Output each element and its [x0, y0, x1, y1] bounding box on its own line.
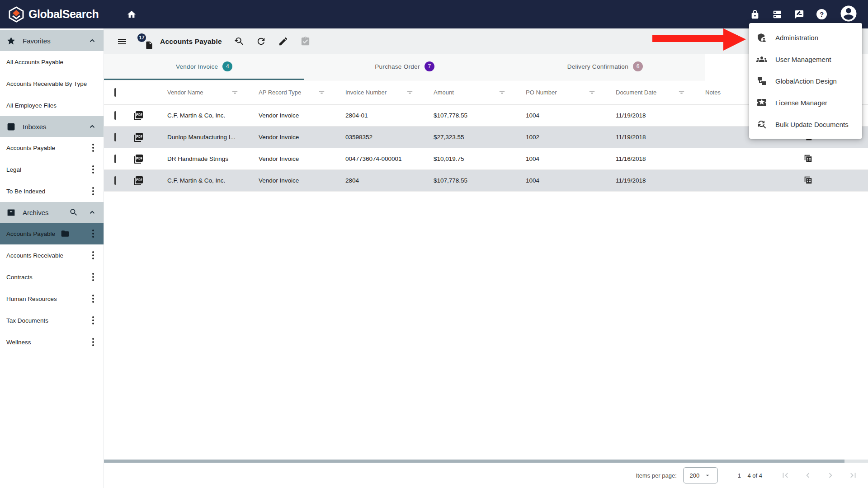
related-documents-icon[interactable] [803, 175, 813, 185]
cell-amount: $27,323.55 [434, 134, 526, 141]
cell-invoice-number: 03598352 [345, 134, 434, 141]
row-checkbox[interactable] [114, 133, 116, 141]
menu-item-bulk-update-documents[interactable]: Bulk Update Documents [749, 113, 862, 135]
pdf-icon[interactable] [133, 175, 144, 186]
menu-item-label: GlobalAction Design [775, 77, 837, 85]
item-label: All Accounts Payable [6, 59, 63, 66]
kebab-menu-icon[interactable] [92, 254, 94, 256]
sidebar-section-archives[interactable]: Archives [0, 202, 104, 223]
user-avatar[interactable] [839, 4, 858, 25]
lock-icon[interactable] [750, 9, 760, 19]
kebab-menu-icon[interactable] [92, 147, 94, 149]
hamburger-menu-icon[interactable] [117, 36, 127, 47]
pdf-icon[interactable] [133, 154, 144, 164]
first-page-button[interactable] [780, 470, 790, 480]
sidebar-section-inboxes[interactable]: Inboxes [0, 116, 104, 137]
row-checkbox[interactable] [114, 111, 116, 120]
inbox-item-accounts-payable[interactable]: Accounts Payable [0, 137, 104, 159]
archive-item-human-resources[interactable]: Human Resources [0, 288, 104, 310]
related-documents-icon[interactable] [803, 153, 813, 163]
kebab-menu-icon[interactable] [92, 298, 94, 300]
top-navbar: GlobalSearch ? [0, 0, 868, 28]
cell-amount: $107,778.55 [434, 177, 526, 184]
kebab-menu-icon[interactable] [92, 233, 94, 235]
previous-page-button[interactable] [803, 470, 813, 480]
select-all-checkbox[interactable] [114, 88, 116, 97]
sidebar-section-favorites[interactable]: Favorites [0, 30, 104, 51]
kebab-menu-icon[interactable] [92, 319, 94, 321]
pdf-icon[interactable] [133, 132, 144, 143]
pagination-bar: Items per page: 200 1 – 4 of 4 [104, 463, 868, 488]
menu-item-administration[interactable]: Administration [749, 27, 862, 48]
filter-icon[interactable] [588, 89, 596, 96]
home-button[interactable] [127, 9, 137, 19]
find-replace-icon [756, 119, 767, 130]
filter-icon[interactable] [406, 89, 414, 96]
next-page-button[interactable] [826, 470, 835, 480]
cell-vendor-name: DR Handmade Strings [167, 155, 259, 162]
page-size-select[interactable]: 200 [683, 467, 718, 483]
column-header-ap-record-type: AP Record Type [259, 89, 301, 96]
search-icon[interactable] [69, 208, 78, 217]
pdf-icon[interactable] [133, 110, 144, 121]
chevron-up-icon[interactable] [88, 122, 96, 131]
menu-item-user-management[interactable]: User Management [749, 48, 862, 70]
menu-item-globalaction-design[interactable]: GlobalAction Design [749, 70, 862, 92]
filter-icon[interactable] [318, 89, 326, 96]
item-label: Tax Documents [6, 317, 48, 324]
queue-count-button[interactable]: 17 [137, 33, 154, 50]
archive-item-wellness[interactable]: Wellness [0, 331, 104, 353]
chevron-up-icon[interactable] [88, 37, 96, 45]
table-row[interactable]: C.F. Martin & Co, Inc. Vendor Invoice 28… [104, 170, 868, 192]
menu-item-license-manager[interactable]: License Manager [749, 92, 862, 113]
queues-dns-icon[interactable] [772, 9, 782, 19]
scrollbar-thumb[interactable] [104, 460, 844, 463]
kebab-menu-icon[interactable] [92, 341, 94, 343]
dropdown-caret-icon [704, 472, 711, 479]
kebab-menu-icon[interactable] [92, 276, 94, 278]
archive-item-accounts-payable[interactable]: Accounts Payable [0, 223, 104, 244]
kebab-menu-icon[interactable] [92, 169, 94, 170]
filter-icon[interactable] [498, 89, 506, 96]
cell-po-number: 1004 [526, 155, 616, 162]
filter-icon[interactable] [678, 89, 685, 96]
sidebar-item-all-employee-files[interactable]: All Employee Files [0, 94, 104, 116]
tab-vendor-invoice[interactable]: Vendor Invoice 4 [104, 54, 304, 80]
inbox-item-to-be-indexed[interactable]: To Be Indexed [0, 180, 104, 202]
sidebar-item-accounts-receivable-by-type[interactable]: Accounts Receivable By Type [0, 73, 104, 94]
help-icon[interactable]: ? [816, 9, 827, 19]
item-label: Human Resources [6, 296, 57, 302]
tab-delivery-confirmation[interactable]: Delivery Confirmation 6 [505, 54, 705, 80]
section-label: Inboxes [23, 123, 47, 131]
last-page-button[interactable] [848, 470, 858, 480]
app-window: GlobalSearch ? Favorites All Accounts Pa… [0, 0, 868, 488]
annotation-arrow [651, 27, 748, 53]
clipboard-check-icon[interactable] [300, 36, 311, 47]
tab-purchase-order[interactable]: Purchase Order 7 [304, 54, 505, 80]
section-label: Favorites [23, 37, 51, 45]
kebab-menu-icon[interactable] [92, 190, 94, 192]
cell-vendor-name: C.F. Martin & Co, Inc. [167, 177, 259, 184]
cell-document-date: 11/19/2018 [616, 112, 705, 119]
archive-item-accounts-receivable[interactable]: Accounts Receivable [0, 244, 104, 266]
row-checkbox[interactable] [114, 176, 116, 185]
row-checkbox[interactable] [114, 155, 116, 163]
filter-icon[interactable] [231, 89, 239, 96]
home-icon [127, 9, 137, 19]
feedback-icon[interactable] [794, 9, 804, 19]
inbox-item-legal[interactable]: Legal [0, 159, 104, 180]
edit-pencil-icon[interactable] [278, 36, 288, 47]
menu-item-label: User Management [775, 56, 831, 63]
column-header-vendor-name: Vendor Name [167, 89, 203, 96]
chevron-up-icon[interactable] [88, 208, 96, 216]
queue-count-badge: 17 [137, 33, 147, 43]
sidebar-item-all-accounts-payable[interactable]: All Accounts Payable [0, 51, 104, 73]
item-label: Contracts [6, 274, 33, 281]
refresh-icon[interactable] [256, 36, 266, 47]
brand-logo[interactable]: GlobalSearch [8, 6, 99, 23]
refresh-search-icon[interactable] [234, 36, 244, 47]
archive-item-tax-documents[interactable]: Tax Documents [0, 310, 104, 331]
archive-item-contracts[interactable]: Contracts [0, 266, 104, 288]
table-row[interactable]: DR Handmade Strings Vendor Invoice 00477… [104, 148, 868, 170]
item-label: To Be Indexed [6, 188, 45, 195]
